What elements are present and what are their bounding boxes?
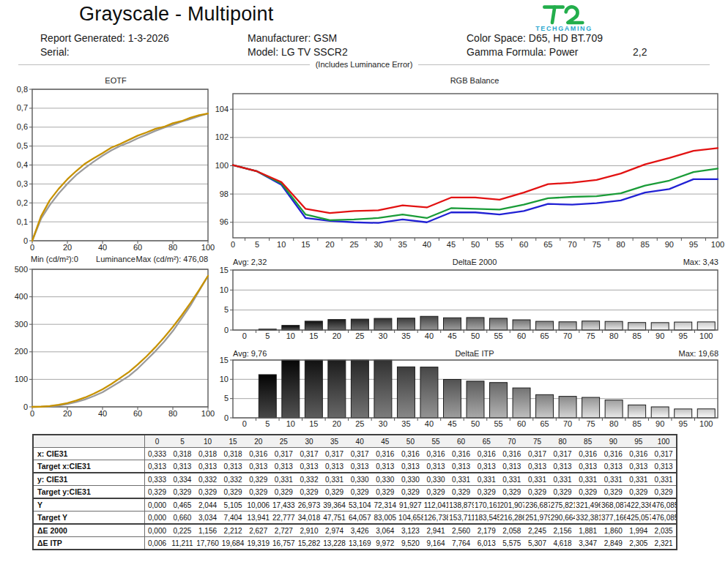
svg-text:90: 90 (655, 419, 664, 428)
rgb-balance-chart-title: RGB Balance (223, 76, 727, 85)
table-cell: 3,123 (398, 524, 423, 537)
table-cell: 4,618 (550, 537, 576, 550)
table-cell: 47,751 (322, 512, 347, 525)
svg-text:40: 40 (98, 409, 107, 418)
manufacturer-label: Manufacturer: GSM (248, 32, 337, 44)
table-cell: 7,404 (220, 512, 246, 525)
table-cell: 64,057 (347, 512, 373, 525)
rgb-balance-plot: 9698100102104051015202530354045505560657… (223, 86, 727, 250)
deltae-itp-chart: Avg: 9,76 DeltaE ITP Max: 19,68 05101505… (223, 349, 727, 430)
svg-text:80: 80 (609, 419, 618, 428)
deltae2000-chart: Avg: 2,32 DeltaE 2000 Max: 3,43 05101505… (223, 258, 727, 342)
svg-text:20: 20 (333, 331, 341, 340)
table-cell: 0,000 (144, 524, 170, 537)
table-cell: 0,313 (626, 460, 652, 473)
svg-text:0,5: 0,5 (17, 141, 28, 150)
table-cell: 0,317 (297, 448, 322, 460)
table-row-label: y: CIE31 (33, 473, 144, 486)
table-cell: 0,317 (271, 448, 297, 460)
svg-text:100: 100 (15, 375, 28, 383)
table-cell: 13,941 (245, 512, 271, 525)
table-cell: 72,314 (372, 498, 398, 512)
table-cell: 0,316 (499, 448, 525, 460)
svg-text:200: 200 (15, 347, 28, 356)
table-cell: 0,333 (144, 448, 170, 460)
page-title: Grayscale - Multipoint (79, 3, 274, 26)
table-cell: 0,313 (195, 460, 220, 473)
table-row-label: ΔE 2000 (33, 524, 144, 537)
table-cell: 2,044 (195, 498, 220, 512)
rgb-balance-chart: RGB Balance 9698100102104051015202530354… (223, 76, 727, 250)
table-cell: 2,179 (474, 524, 499, 537)
table-cell: 0,334 (170, 473, 196, 486)
table-cell: 3,034 (195, 512, 220, 525)
table-cell: 2,941 (423, 524, 449, 537)
table-cell: 17,760 (195, 537, 220, 550)
table-cell: 0,329 (524, 486, 550, 499)
table-cell: 0,660 (170, 512, 196, 525)
svg-text:55: 55 (494, 419, 502, 428)
section-separator: (Includes Luminance Error) (18, 60, 710, 69)
table-cell: 2,058 (499, 524, 525, 537)
table-cell: 275,821 (550, 498, 576, 512)
table-cell: 0,329 (271, 486, 297, 499)
svg-text:50: 50 (471, 419, 480, 428)
svg-text:30: 30 (379, 331, 387, 340)
table-cell: 104,658 (398, 512, 423, 525)
table-cell: 2,910 (297, 524, 322, 537)
table-cell: 0,318 (220, 448, 246, 460)
svg-text:85: 85 (633, 331, 642, 340)
luminance-chart: Min (cd/m²):0 Luminance Max (cd/m²): 476… (15, 255, 217, 420)
svg-text:35: 35 (401, 419, 410, 428)
table-cell: 0,313 (398, 460, 423, 473)
techgaming-brand-text: TECHGAMING (529, 25, 599, 32)
table-row-label: Y (33, 498, 144, 512)
table-col-header: 15 (220, 435, 246, 448)
svg-text:95: 95 (679, 331, 688, 340)
table-col-header: 100 (651, 435, 677, 448)
table-cell: 17,433 (271, 498, 297, 512)
table-cell: 0,317 (651, 448, 677, 460)
svg-text:0: 0 (224, 413, 229, 422)
table-cell: 0,331 (448, 473, 474, 486)
table-cell: 2,727 (271, 524, 297, 537)
svg-text:55: 55 (495, 240, 504, 249)
svg-text:96: 96 (220, 217, 229, 226)
table-cell: 0,331 (524, 473, 550, 486)
svg-text:102: 102 (215, 132, 229, 141)
table-cell: 0,317 (524, 448, 550, 460)
luminance-plot: 0100200300400500020406080100 (15, 266, 217, 420)
table-cell: 0,329 (347, 486, 373, 499)
table-cell: 19,319 (245, 537, 271, 550)
table-cell: 19,684 (220, 537, 246, 550)
table-cell: 11,211 (170, 537, 196, 550)
table-cell: 0,313 (575, 460, 601, 473)
includes-luminance-error-label: (Includes Luminance Error) (310, 60, 419, 69)
table-col-header: 25 (271, 435, 297, 448)
luminance-max-label: Max (cd/m²): 476,08 (136, 255, 208, 266)
svg-text:80: 80 (609, 331, 618, 340)
svg-text:40: 40 (98, 243, 107, 252)
table-cell: 0,329 (423, 486, 449, 499)
table-cell: 0,313 (372, 460, 398, 473)
svg-text:40: 40 (423, 240, 431, 249)
table-cell: 0,329 (297, 486, 322, 499)
table-cell: 0,313 (297, 460, 322, 473)
table-cell: 15,282 (297, 537, 322, 550)
table-col-header: 35 (322, 435, 347, 448)
table-cell: 2,035 (651, 524, 677, 537)
eotf-plot: 00,10,20,30,40,50,60,70,8020406080100 (15, 86, 217, 253)
table-cell: 9,164 (423, 537, 449, 550)
svg-text:65: 65 (543, 240, 552, 249)
table-row: y: CIE310,3330,3340,3320,3320,3290,3310,… (33, 473, 677, 486)
table-cell: 0,000 (144, 498, 170, 512)
table-row: Y0,0000,4652,0445,10510,00617,43326,9733… (33, 498, 677, 512)
table-cell: 0,329 (322, 486, 347, 499)
svg-text:80: 80 (616, 240, 625, 249)
gamma-value: 2,2 (633, 46, 647, 58)
table-cell: 3,347 (575, 537, 601, 550)
svg-text:15: 15 (309, 419, 318, 428)
measurement-table: 0510152025303540455055606570758085909510… (32, 434, 677, 550)
table-cell: 0,329 (372, 486, 398, 499)
table-cell: 39,364 (322, 498, 347, 512)
